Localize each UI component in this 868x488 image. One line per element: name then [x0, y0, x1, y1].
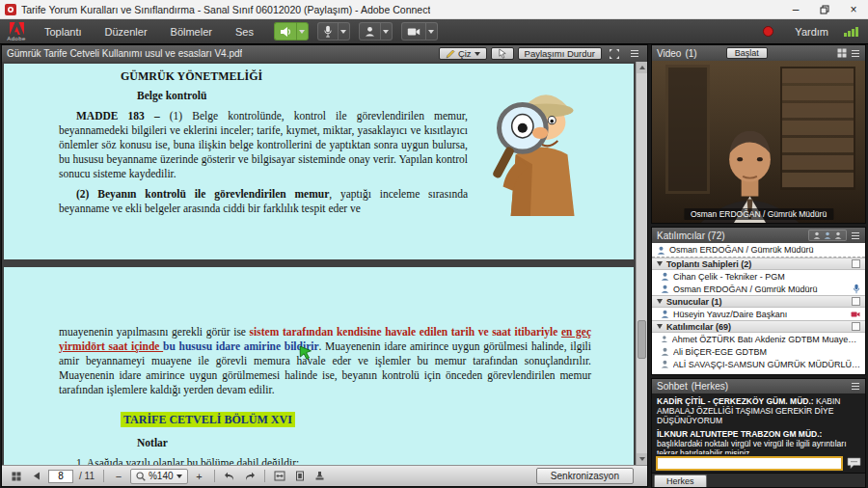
participant-row[interactable]: ALİ SAVAŞÇI-SAMSUN GÜMRÜK MÜDÜRLÜĞÜ	[652, 358, 865, 370]
draw-button[interactable]: Çiz	[439, 47, 487, 60]
video-layout-button[interactable]	[837, 48, 847, 58]
stop-sharing-button[interactable]: Paylaşımı Durdur	[518, 47, 602, 60]
presenter-badge-icon	[851, 311, 860, 318]
adobe-brand-label: Adobe	[7, 36, 25, 41]
pod-menu-icon	[851, 231, 860, 240]
participant-name: Ali BİÇER-EGE GDTBM	[673, 347, 767, 357]
scrollbar-thumb[interactable]	[637, 320, 646, 359]
active-speaker-row[interactable]: Osman ERDOĞAN / Gümrük Müdürü	[652, 243, 865, 258]
pdf-scrollbar[interactable]	[636, 62, 647, 465]
microphone-button[interactable]	[317, 22, 338, 41]
magnifier-icon	[136, 472, 146, 481]
status-dropdown-button[interactable]	[380, 22, 393, 41]
grid-icon	[837, 48, 847, 58]
zoom-out-button[interactable]: −	[110, 469, 127, 484]
adobe-a-icon	[10, 22, 24, 35]
chat-input[interactable]	[656, 456, 843, 471]
person-icon	[661, 335, 668, 343]
menubar: Adobe Toplantı Düzenler Bölmeler Ses	[0, 19, 868, 44]
chat-message: KADİR ÇİTİL - ÇERKEZKÖY GÜM. MÜD.: KABIN…	[657, 396, 860, 425]
menu-yardim[interactable]: Yardım	[783, 19, 840, 43]
connection-signal-icon[interactable]	[844, 27, 858, 37]
share-pod-menu-button[interactable]	[627, 47, 642, 60]
expand-box-icon[interactable]	[852, 297, 860, 306]
redo-button[interactable]	[241, 469, 258, 484]
group-header-presenters[interactable]: Sunucular (1)	[652, 295, 865, 308]
chat-input-row	[652, 454, 865, 473]
chat-pod-title: Sohbet	[657, 381, 688, 392]
stamp-icon	[314, 471, 325, 481]
scroll-down-icon[interactable]	[637, 453, 647, 465]
microphone-dropdown-button[interactable]	[338, 22, 350, 41]
toolbar-divider	[103, 470, 104, 482]
close-button[interactable]: ×	[839, 0, 868, 18]
status-person-icon	[813, 231, 821, 239]
pdf-viewport[interactable]: GÜMRÜK YÖNETMELİĞİ Belge kontrolü MADDE …	[2, 62, 647, 465]
webcam-video-frame[interactable]: Osman ERDOĞAN / Gümrük Müdürü	[652, 61, 865, 223]
adobe-logo[interactable]: Adobe	[0, 19, 33, 43]
video-pod-menu-button[interactable]	[851, 49, 860, 58]
group-header-hosts[interactable]: Toplantı Sahipleri (2)	[652, 258, 865, 270]
prev-page-button[interactable]	[28, 469, 45, 484]
collapse-arrow-icon	[657, 261, 663, 266]
expand-box-icon[interactable]	[852, 259, 860, 268]
zoom-level-select[interactable]: %140	[130, 469, 188, 484]
stamp-tool-button[interactable]	[312, 469, 329, 484]
chat-text: başlıklardaki noktalı virgül ve virgül i…	[657, 439, 847, 454]
chat-tab-strip: Herkes	[652, 473, 865, 487]
menu-bolmeler[interactable]: Bölmeler	[159, 19, 224, 43]
chat-pod-header: Sohbet (Herkes)	[652, 379, 865, 393]
speaker-button[interactable]	[274, 22, 296, 41]
status-button[interactable]	[359, 22, 380, 41]
undo-button[interactable]	[221, 469, 238, 484]
send-message-button[interactable]	[847, 457, 861, 470]
expand-box-icon[interactable]	[852, 322, 860, 331]
webcam-button[interactable]	[401, 22, 425, 41]
start-webcam-button[interactable]: Başlat	[726, 47, 768, 59]
caret-down-icon	[176, 474, 182, 478]
zoom-level-value: %140	[149, 471, 174, 481]
zoom-in-button[interactable]: +	[191, 469, 208, 484]
participants-pod-menu-button[interactable]	[851, 231, 860, 240]
fit-page-button[interactable]	[291, 469, 309, 484]
pods-grid-button[interactable]	[8, 469, 25, 484]
scroll-up-icon[interactable]	[637, 62, 647, 73]
participant-status-toolbar[interactable]	[808, 230, 847, 241]
sync-button[interactable]: Senkronizasyon	[536, 468, 634, 484]
group-header-participants[interactable]: Katılımcılar (69)	[652, 320, 865, 333]
fit-page-icon	[294, 471, 306, 481]
adobe-connect-app-icon	[5, 4, 16, 15]
record-indicator-icon[interactable]	[763, 26, 773, 37]
menu-duzenler[interactable]: Düzenler	[94, 19, 159, 43]
caret-down-icon	[475, 52, 480, 56]
pdf-text-segment: (2) Beyanın kontrolü ile görevlendirilen…	[76, 188, 329, 200]
page-number-input[interactable]	[48, 470, 73, 483]
participants-pod: Katılımcılar (72) Osman ERDOĞAN / Gümrük…	[651, 227, 866, 375]
participant-row[interactable]: Hüseyin Yavuz/Daire Başkanı	[652, 308, 865, 320]
participant-row[interactable]: Ali BİÇER-EGE GDTBM	[652, 345, 865, 358]
participant-row[interactable]: Osman ERDOĞAN / Gümrük Müdürü	[652, 283, 865, 295]
group-label: Sunucular (1)	[666, 297, 722, 307]
status-person-icon	[824, 231, 831, 239]
collapse-arrow-icon	[657, 299, 663, 304]
participant-row[interactable]: Cihan Çelik - Tekniker - PGM	[652, 270, 865, 283]
chat-tab-everyone[interactable]: Herkes	[654, 474, 707, 487]
participant-row[interactable]: Ahmet ÖZTÜRK Batı Akdeniz GDTBM Muayene …	[652, 333, 865, 345]
detective-magnifier-illustration	[479, 71, 591, 218]
chat-author: KADİR ÇİTİL - ÇERKEZKÖY GÜM. MÜD.:	[657, 396, 814, 406]
menu-ses[interactable]: Ses	[224, 19, 265, 43]
fit-width-button[interactable]	[271, 469, 288, 484]
share-pod-header: Gümrük Tarife Cetveli Kullanımı usul ve …	[2, 45, 647, 62]
restore-button[interactable]	[810, 0, 839, 18]
redo-icon	[244, 472, 256, 481]
minimize-button[interactable]: –	[781, 0, 810, 18]
speaker-dropdown-button[interactable]	[296, 22, 309, 41]
chat-pod: Sohbet (Herkes) KADİR ÇİTİL - ÇERKEZKÖY …	[651, 378, 866, 488]
webcam-dropdown-button[interactable]	[425, 22, 438, 41]
adobe-connect-window: Tarife Yorum Kuralları ve Sınıflandırma …	[0, 0, 868, 488]
chat-pod-menu-button[interactable]	[851, 382, 860, 391]
pointer-tool-button[interactable]	[491, 47, 514, 60]
fullscreen-button[interactable]	[606, 47, 623, 60]
chat-message-list[interactable]: KADİR ÇİTİL - ÇERKEZKÖY GÜM. MÜD.: KABIN…	[652, 393, 865, 454]
menu-toplanti[interactable]: Toplantı	[33, 19, 94, 43]
